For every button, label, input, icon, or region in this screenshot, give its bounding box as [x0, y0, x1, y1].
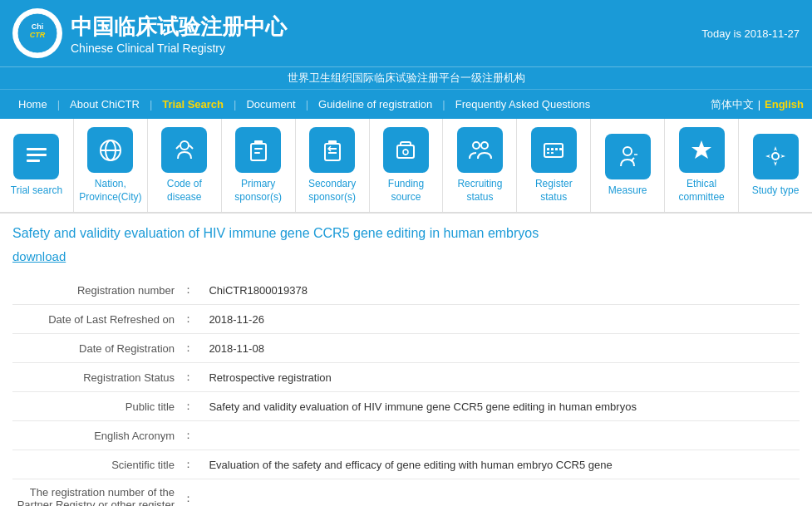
logo-area: Chi CTR 中国临床试验注册中心 Chinese Clinical Tria… — [12, 8, 287, 58]
logo-text: 中国临床试验注册中心 Chinese Clinical Trial Regist… — [71, 12, 287, 55]
svg-rect-14 — [254, 148, 263, 150]
icon-cell-study-type[interactable]: Study type — [739, 119, 812, 212]
svg-line-11 — [189, 145, 193, 149]
svg-point-33 — [623, 147, 632, 155]
value-partner-registry — [204, 479, 800, 493]
svg-rect-29 — [555, 148, 558, 150]
funding-source-icon-box — [383, 127, 429, 173]
svg-rect-4 — [27, 154, 47, 156]
nav-about[interactable]: About ChiCTR — [60, 90, 150, 119]
svg-point-37 — [772, 153, 779, 160]
svg-rect-28 — [551, 148, 554, 150]
svg-point-24 — [473, 142, 480, 149]
svg-rect-32 — [551, 152, 554, 154]
svg-rect-3 — [27, 148, 47, 150]
icon-cell-trial-search[interactable]: Trial search — [0, 119, 74, 212]
label-last-refreshed: Date of Last Refreshed on — [12, 305, 179, 334]
table-row-reg-status: Registration Status ： Retrospective regi… — [12, 363, 800, 392]
register-status-label: Register status — [521, 178, 586, 204]
icon-cell-register-status[interactable]: Register status — [517, 119, 591, 212]
register-status-icon-box — [531, 127, 577, 173]
study-type-icon-box — [753, 134, 799, 179]
nav-trial-search[interactable]: Trial Search — [152, 90, 234, 119]
lang-en-button[interactable]: English — [765, 98, 804, 111]
svg-rect-5 — [27, 160, 40, 162]
svg-marker-36 — [691, 140, 711, 159]
measure-icon-box — [605, 134, 651, 179]
icon-cell-primary-sponsor[interactable]: Primary sponsor(s) — [222, 119, 296, 212]
svg-rect-15 — [254, 152, 260, 154]
nation-label: Nation,Province(City) — [79, 178, 141, 204]
info-table: Registration number ： ChiCTR1800019378 D… — [12, 276, 800, 506]
label-partner-registry: The registration number of thePartner Re… — [12, 479, 179, 506]
nav-document[interactable]: Document — [236, 90, 305, 119]
value-scientific-title: Evaluation of the safety and efficacy of… — [204, 450, 800, 479]
lang-cn-button[interactable]: 简体中文 — [711, 97, 754, 112]
nav-lang: 简体中文 | English — [711, 97, 804, 112]
subtitle-bar: 世界卫生组织国际临床试验注册平台一级注册机构 — [0, 66, 812, 89]
svg-line-34 — [631, 158, 634, 161]
value-public-title: Safety and validity evaluation of HIV im… — [204, 392, 800, 421]
value-reg-status: Retrospective registration — [204, 363, 800, 392]
ethical-committee-label: Ethical committee — [669, 178, 734, 204]
table-row-date-registration: Date of Registration ： 2018-11-08 — [12, 334, 800, 363]
secondary-sponsor-icon-box — [309, 127, 355, 173]
icon-cell-measure[interactable]: Measure — [591, 119, 665, 212]
svg-point-25 — [481, 142, 488, 149]
primary-sponsor-icon-box — [235, 127, 281, 173]
trial-search-label: Trial search — [11, 184, 62, 198]
nav-home[interactable]: Home — [8, 90, 57, 119]
svg-rect-31 — [547, 152, 549, 154]
funding-source-label: Funding source — [374, 178, 439, 204]
recruiting-status-icon-box — [457, 127, 503, 173]
nav-faq[interactable]: Frequently Asked Questions — [445, 90, 601, 119]
icon-cell-ethical-committee[interactable]: Ethical committee — [665, 119, 739, 212]
logo-circle: Chi CTR — [12, 8, 62, 58]
table-row-reg-number: Registration number ： ChiCTR1800019378 — [12, 276, 800, 305]
label-public-title: Public title — [12, 392, 179, 421]
icon-cell-funding-source[interactable]: Funding source — [370, 119, 444, 212]
code-of-disease-icon-box — [161, 127, 207, 173]
svg-text:CTR: CTR — [30, 31, 46, 39]
download-link[interactable]: download — [12, 249, 66, 263]
icon-grid: Trial search Nation,Province(City) Code … — [0, 119, 812, 214]
svg-text:Chi: Chi — [32, 22, 44, 31]
label-date-registration: Date of Registration — [12, 334, 179, 363]
label-scientific-title: Scientific title — [12, 450, 179, 479]
code-of-disease-label: Code of disease — [152, 178, 217, 204]
header-date: Today is 2018-11-27 — [701, 27, 800, 40]
label-english-acronym: English Acronym — [12, 421, 179, 450]
measure-label: Measure — [608, 184, 647, 198]
ethical-committee-icon-box — [679, 127, 725, 173]
logo-en: Chinese Clinical Trial Registry — [71, 42, 287, 55]
value-english-acronym — [204, 421, 800, 450]
nation-icon-box — [87, 127, 133, 173]
value-reg-number: ChiCTR1800019378 — [204, 276, 800, 305]
value-last-refreshed: 2018-11-26 — [204, 305, 800, 334]
svg-point-9 — [180, 141, 189, 150]
svg-rect-30 — [559, 148, 562, 150]
recruiting-status-label: Recruiting status — [447, 178, 512, 204]
primary-sponsor-label: Primary sponsor(s) — [226, 178, 291, 204]
nav: Home | About ChiCTR | Trial Search | Doc… — [0, 89, 812, 119]
table-row-last-refreshed: Date of Last Refreshed on ： 2018-11-26 — [12, 305, 800, 334]
svg-rect-27 — [547, 148, 549, 150]
trial-search-icon-box — [13, 134, 59, 179]
nav-guideline[interactable]: Guideline of registration — [308, 90, 442, 119]
table-row-english-acronym: English Acronym ： — [12, 421, 800, 450]
svg-rect-20 — [397, 145, 414, 158]
icon-cell-recruiting-status[interactable]: Recruiting status — [443, 119, 517, 212]
svg-line-10 — [176, 145, 180, 149]
table-row-partner-registry: The registration number of thePartner Re… — [12, 479, 800, 506]
logo-cn: 中国临床试验注册中心 — [71, 12, 287, 42]
value-date-registration: 2018-11-08 — [204, 334, 800, 363]
content-area: Safety and validity evaluation of HIV im… — [0, 214, 812, 506]
icon-cell-code-of-disease[interactable]: Code of disease — [148, 119, 222, 212]
study-type-label: Study type — [752, 184, 800, 198]
page-title: Safety and validity evaluation of HIV im… — [12, 226, 800, 241]
icon-cell-secondary-sponsor[interactable]: Secondary sponsor(s) — [296, 119, 370, 212]
header: Chi CTR 中国临床试验注册中心 Chinese Clinical Tria… — [0, 0, 812, 66]
label-reg-number: Registration number — [12, 276, 179, 305]
icon-cell-nation[interactable]: Nation,Province(City) — [74, 119, 148, 212]
label-reg-status: Registration Status — [12, 363, 179, 392]
